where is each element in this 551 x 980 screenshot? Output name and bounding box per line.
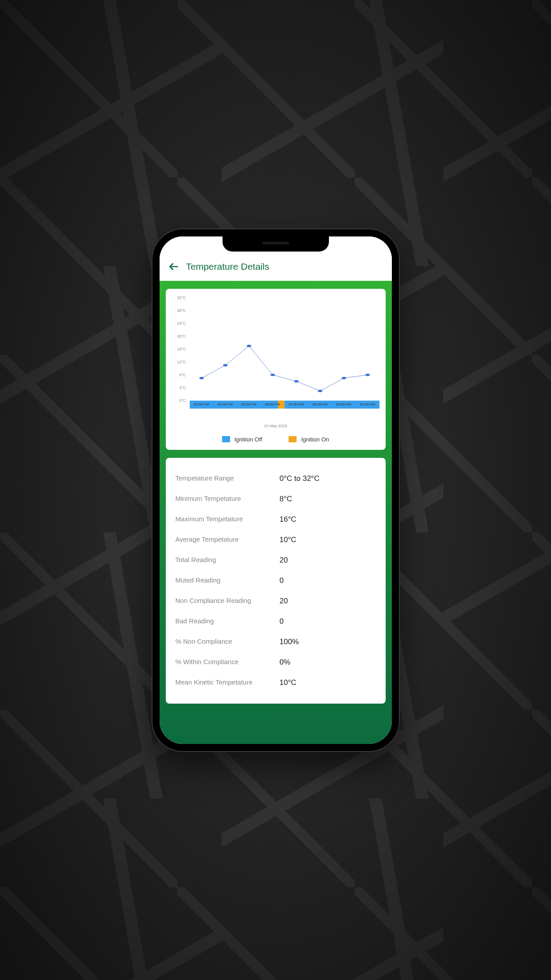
chart-x-tick: 06:00 PM	[261, 401, 285, 409]
content-area: 32°C28°C24°C20°C16°C12°C8°C4°C0°C 03:00 …	[160, 281, 392, 744]
legend-ignition-off: Ignition Off	[222, 436, 262, 443]
stat-row: Non Compliance Reading20	[176, 591, 376, 611]
chart-y-tick: 28°C	[177, 308, 186, 313]
chart-y-tick: 0°C	[179, 398, 186, 403]
stat-label: Mean Kinetic Tempetature	[176, 678, 280, 687]
stat-row: Maximum Tempetature16°C	[176, 509, 376, 530]
chart-plot-area: 03:00 PM04:00 PM05:00 PM06:00 PM07:00 PM…	[190, 298, 379, 409]
chart-legend: Ignition Off Ignition On	[172, 436, 379, 443]
stat-label: % Within Compliance	[176, 658, 280, 667]
stats-card: Tempetature Range0°C to 32°CMinimum Temp…	[166, 458, 386, 704]
stat-row: Muted Reading0	[176, 571, 376, 591]
svg-point-2	[223, 364, 227, 366]
chart-y-tick: 12°C	[177, 360, 186, 364]
stat-row: Bad Reading0	[176, 611, 376, 632]
stat-row: Tempetature Range0°C to 32°C	[176, 468, 376, 489]
stat-label: Total Reading	[176, 556, 280, 565]
stat-value: 8°C	[280, 495, 376, 504]
stat-row: Minimum Tempetature8°C	[176, 489, 376, 509]
stat-row: % Within Compliance0%	[176, 652, 376, 673]
chart-y-tick: 16°C	[177, 347, 186, 351]
stat-value: 16°C	[280, 515, 376, 524]
stat-value: 100%	[280, 638, 376, 646]
back-button[interactable]	[168, 260, 180, 273]
chart-y-axis: 32°C28°C24°C20°C16°C12°C8°C4°C0°C	[172, 298, 190, 409]
app-screen: Temperature Details 32°C28°C24°C20°C16°C…	[160, 236, 392, 744]
svg-point-5	[294, 380, 298, 382]
arrow-left-icon	[168, 261, 180, 272]
chart-x-tick: 04:00 PM	[213, 401, 237, 409]
svg-point-4	[270, 374, 275, 376]
stat-label: % Non Compliance	[176, 638, 280, 646]
stat-row: Mean Kinetic Tempetature10°C	[176, 673, 376, 693]
phone-screen: Temperature Details 32°C28°C24°C20°C16°C…	[160, 236, 392, 744]
chart-y-tick: 24°C	[177, 321, 186, 326]
stat-value: 10°C	[280, 678, 376, 687]
chart-x-tick: 03:00 PM	[190, 401, 214, 409]
stat-label: Average Tempetature	[176, 535, 280, 544]
phone-notch	[223, 236, 329, 252]
page-title: Temperature Details	[186, 261, 270, 272]
legend-label-off: Ignition Off	[234, 436, 262, 443]
stat-value: 20	[280, 556, 376, 565]
stat-value: 0%	[280, 658, 376, 667]
legend-swatch-on	[289, 436, 297, 442]
svg-point-8	[365, 374, 370, 376]
chart-y-tick: 20°C	[177, 334, 186, 338]
stat-row: Average Tempetature10°C	[176, 530, 376, 550]
legend-label-on: Ignition On	[301, 436, 329, 443]
stat-value: 0	[280, 617, 376, 626]
stat-label: Minimum Tempetature	[176, 495, 280, 504]
chart-x-tick: 08:00 PM	[308, 401, 332, 409]
stat-value: 20	[280, 597, 376, 606]
chart-x-axis: 03:00 PM04:00 PM05:00 PM06:00 PM07:00 PM…	[190, 401, 379, 409]
svg-point-1	[199, 377, 203, 379]
svg-point-3	[246, 344, 251, 347]
stat-label: Non Compliance Reading	[176, 597, 280, 606]
svg-point-7	[341, 377, 346, 379]
stat-value: 0	[280, 576, 376, 585]
chart-x-tick: 10:00 PM	[356, 401, 379, 409]
chart-y-tick: 4°C	[179, 386, 186, 390]
chart-x-tick: 05:00 PM	[237, 401, 261, 409]
legend-swatch-off	[222, 436, 230, 442]
svg-point-6	[318, 390, 322, 392]
stat-label: Muted Reading	[176, 576, 280, 585]
stat-label: Bad Reading	[176, 617, 280, 626]
temperature-chart[interactable]: 32°C28°C24°C20°C16°C12°C8°C4°C0°C 03:00 …	[172, 298, 379, 422]
chart-x-tick: 07:00 PM	[285, 401, 309, 409]
phone-frame: Temperature Details 32°C28°C24°C20°C16°C…	[152, 228, 400, 752]
stat-label: Maximum Tempetature	[176, 515, 280, 524]
stat-label: Tempetature Range	[176, 474, 280, 483]
chart-date-label: 10 May 2019	[172, 424, 379, 428]
stat-row: Total Reading20	[176, 550, 376, 571]
stat-value: 0°C to 32°C	[280, 474, 376, 483]
chart-x-tick: 09:00 PM	[332, 401, 356, 409]
chart-y-tick: 8°C	[179, 373, 186, 377]
chart-card: 32°C28°C24°C20°C16°C12°C8°C4°C0°C 03:00 …	[166, 289, 386, 450]
chart-y-tick: 32°C	[177, 295, 186, 300]
stat-value: 10°C	[280, 535, 376, 544]
legend-ignition-on: Ignition On	[289, 436, 329, 443]
stat-row: % Non Compliance100%	[176, 632, 376, 652]
chart-line-svg	[190, 298, 379, 401]
